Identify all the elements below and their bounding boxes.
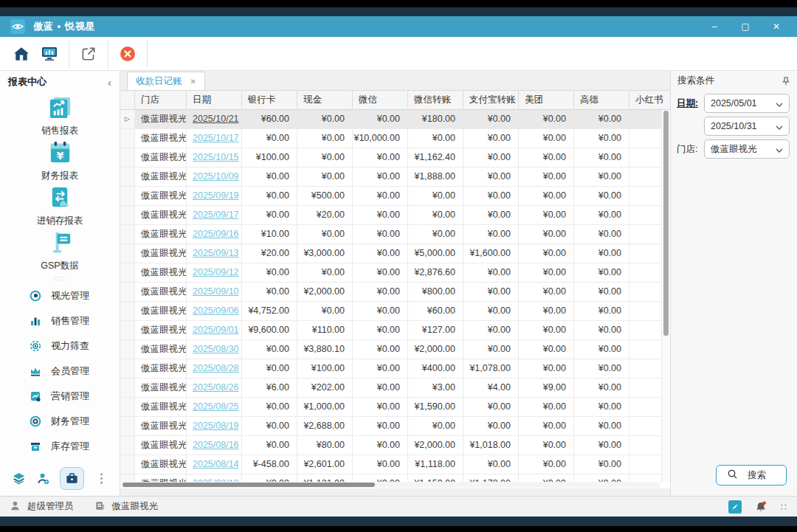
row-expand-arrow-icon[interactable] xyxy=(120,436,135,455)
row-expand-arrow-icon[interactable]: ▷ xyxy=(120,110,135,128)
cell-date-link[interactable]: 2025/09/17 xyxy=(187,206,242,224)
table-row[interactable]: 傲蓝眼视光2025/09/13¥20.00¥3,000.00¥0.00¥5,00… xyxy=(120,244,670,263)
cell-date-link[interactable]: 2025/08/28 xyxy=(187,359,242,378)
sidebar-report-item[interactable]: ¥财务报表 xyxy=(0,138,120,183)
row-expand-arrow-icon[interactable] xyxy=(120,455,135,474)
column-header[interactable]: 小红书 xyxy=(629,91,670,109)
table-row[interactable]: 傲蓝眼视光2025/09/10¥0.00¥2,000.00¥0.00¥800.0… xyxy=(120,283,670,302)
cell-date-link[interactable]: 2025/09/01 xyxy=(187,321,242,339)
sidebar-menu-item[interactable]: 销售管理 xyxy=(0,308,120,334)
close-button[interactable]: ✕ xyxy=(770,21,782,32)
cell-date-link[interactable]: 2025/09/10 xyxy=(187,283,242,301)
maximize-button[interactable]: ▢ xyxy=(739,21,751,32)
cell-date-link[interactable]: 2025/09/06 xyxy=(187,302,242,320)
table-row[interactable]: 傲蓝眼视光2025/08/16¥0.00¥80.00¥0.00¥2,000.00… xyxy=(120,436,670,455)
cell-date-link[interactable]: 2025/09/19 xyxy=(187,187,242,205)
column-header[interactable]: 支付宝转账 xyxy=(463,91,519,109)
sidebar-menu-item[interactable]: 会员管理 xyxy=(0,359,120,384)
table-row[interactable]: 傲蓝眼视光2025/09/17¥0.00¥20.00¥0.00¥0.00¥0.0… xyxy=(120,206,670,225)
table-row[interactable]: 傲蓝眼视光2025/10/17¥0.00¥0.00¥10,000.00¥0.00… xyxy=(120,129,670,148)
tab-close-icon[interactable]: ✕ xyxy=(190,77,196,86)
open-external-icon[interactable] xyxy=(78,44,99,64)
table-row[interactable]: 傲蓝眼视光2025/10/09¥0.00¥0.00¥0.00¥1,888.00¥… xyxy=(120,167,670,187)
table-row[interactable]: 傲蓝眼视光2025/08/28¥0.00¥100.00¥0.00¥400.00¥… xyxy=(120,359,670,379)
sidebar-menu-item[interactable]: 财务管理 xyxy=(0,409,120,434)
panel-splitter-handle[interactable]: ········ xyxy=(0,273,120,283)
table-row[interactable]: 傲蓝眼视光2025/09/06¥4,752.00¥0.00¥0.00¥60.00… xyxy=(120,302,670,321)
minimize-button[interactable]: – xyxy=(708,21,720,32)
cell-date-link[interactable]: 2025/10/09 xyxy=(187,167,242,186)
row-expand-arrow-icon[interactable] xyxy=(120,359,135,378)
briefcase-icon[interactable] xyxy=(60,467,84,490)
cell-date-link[interactable]: 2025/09/13 xyxy=(187,244,242,263)
cell-date-link[interactable]: 2025/08/30 xyxy=(187,340,242,359)
table-row[interactable]: 傲蓝眼视光2025/09/19¥0.00¥500.00¥0.00¥0.00¥0.… xyxy=(120,187,670,206)
browser-compass-icon[interactable] xyxy=(728,500,742,514)
cell-date-link[interactable]: 2025/08/14 xyxy=(187,455,242,474)
row-expand-arrow-icon[interactable] xyxy=(120,474,135,482)
cell-date-link[interactable]: 2025/10/21 xyxy=(187,110,242,128)
table-row[interactable]: 傲蓝眼视光2025/09/16¥10.00¥0.00¥0.00¥0.00¥0.0… xyxy=(120,225,670,244)
cell-date-link[interactable]: 2025/09/12 xyxy=(187,263,242,282)
vertical-scrollbar-thumb[interactable] xyxy=(663,111,669,336)
cell-date-link[interactable]: 2025/08/26 xyxy=(187,379,242,397)
reports-monitor-icon[interactable] xyxy=(39,44,60,64)
column-header[interactable]: 高德 xyxy=(574,91,629,109)
sidebar-menu-item[interactable]: 视光管理 xyxy=(0,283,120,308)
table-row[interactable]: 傲蓝眼视光2025/09/12¥0.00¥0.00¥0.00¥2,876.60¥… xyxy=(120,263,670,283)
row-expand-arrow-icon[interactable] xyxy=(120,302,135,320)
table-row[interactable]: 傲蓝眼视光2025/08/14¥-458.00¥2,601.00¥0.00¥1,… xyxy=(120,455,670,474)
sidebar-report-item[interactable]: GSP数据 xyxy=(0,228,120,273)
date-from-select[interactable]: 2025/05/01 xyxy=(704,94,790,113)
sidebar-menu-item[interactable]: 库存管理 xyxy=(0,434,120,459)
row-expand-arrow-icon[interactable] xyxy=(120,398,135,416)
search-button[interactable]: 搜索 xyxy=(716,465,787,486)
column-header[interactable]: 银行卡 xyxy=(242,91,297,109)
cell-date-link[interactable]: 2025/10/15 xyxy=(187,148,242,167)
row-expand-arrow-icon[interactable] xyxy=(120,283,135,301)
column-header[interactable]: 微信转账 xyxy=(408,91,463,109)
store-select[interactable]: 傲蓝眼视光 xyxy=(704,139,790,159)
notification-bell-icon[interactable] xyxy=(754,500,767,514)
row-expand-arrow-icon[interactable] xyxy=(120,225,135,243)
row-expand-arrow-icon[interactable] xyxy=(120,187,135,205)
cell-date-link[interactable]: 2025/10/17 xyxy=(187,129,242,148)
row-expand-arrow-icon[interactable] xyxy=(120,417,135,435)
table-row[interactable]: 傲蓝眼视光2025/10/15¥100.00¥0.00¥0.00¥1,162.4… xyxy=(120,148,670,167)
cell-date-link[interactable]: 2025/08/25 xyxy=(187,398,242,416)
sidebar-menu-item[interactable]: 视力筛查 xyxy=(0,334,120,359)
collapse-sidebar-icon[interactable]: ‹ xyxy=(108,76,111,89)
pin-icon[interactable] xyxy=(782,77,790,86)
table-row[interactable]: 傲蓝眼视光2025/08/26¥6.00¥202.00¥0.00¥3.00¥4.… xyxy=(120,379,670,398)
cell-date-link[interactable]: 2025/08/19 xyxy=(187,417,242,435)
column-header[interactable]: 美团 xyxy=(519,91,574,109)
exit-icon[interactable] xyxy=(117,44,138,64)
table-row[interactable]: 傲蓝眼视光2025/08/19¥0.00¥2,688.00¥0.00¥0.00¥… xyxy=(120,417,670,436)
row-expand-arrow-icon[interactable] xyxy=(120,379,135,397)
sidebar-report-item[interactable]: 销售报表 xyxy=(0,93,120,138)
resize-grip-icon[interactable] xyxy=(780,503,787,511)
table-row[interactable]: ▷傲蓝眼视光2025/10/21¥60.00¥0.00¥0.00¥180.00¥… xyxy=(120,110,670,129)
row-expand-arrow-icon[interactable] xyxy=(120,263,135,282)
cell-date-link[interactable]: 2025/08/13 xyxy=(187,474,242,482)
layers-icon[interactable] xyxy=(11,471,26,486)
column-header[interactable]: 微信 xyxy=(353,91,408,109)
more-icon[interactable] xyxy=(94,471,108,486)
table-row[interactable]: 傲蓝眼视光2025/08/30¥0.00¥3,880.10¥0.00¥2,000… xyxy=(120,340,670,359)
customer-location-icon[interactable] xyxy=(35,471,50,486)
row-expand-arrow-icon[interactable] xyxy=(120,167,135,186)
table-row[interactable]: 傲蓝眼视光2025/08/25¥0.00¥1,000.00¥0.00¥1,590… xyxy=(120,398,670,417)
cell-date-link[interactable]: 2025/08/16 xyxy=(187,436,242,455)
vertical-scrollbar[interactable] xyxy=(661,110,670,482)
row-expand-arrow-icon[interactable] xyxy=(120,148,135,167)
row-expand-arrow-icon[interactable] xyxy=(120,244,135,263)
row-expand-arrow-icon[interactable] xyxy=(120,321,135,339)
column-header[interactable]: 门店 xyxy=(135,91,187,109)
horizontal-scrollbar-thumb[interactable] xyxy=(123,483,375,487)
home-icon[interactable] xyxy=(11,44,32,64)
column-header[interactable]: 日期 xyxy=(187,91,242,109)
sidebar-report-item[interactable]: 进销存报表 xyxy=(0,183,120,228)
sidebar-menu-item[interactable]: 营销管理 xyxy=(0,384,120,409)
table-row[interactable]: 傲蓝眼视光2025/08/13¥0.00¥1,121.00¥0.00¥1,150… xyxy=(120,474,670,482)
row-expand-arrow-icon[interactable] xyxy=(120,340,135,359)
